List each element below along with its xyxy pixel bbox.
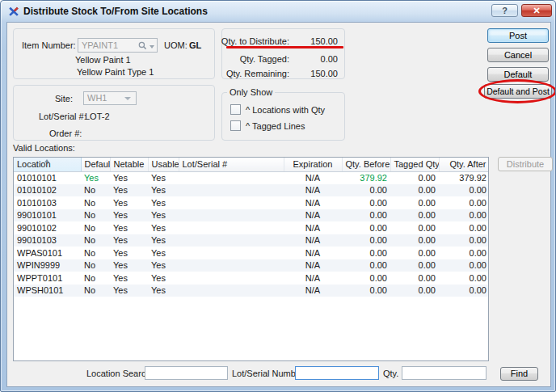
cell-default: No — [81, 272, 110, 285]
qty-tagged-value: 0.00 — [321, 54, 338, 64]
cell-default: No — [81, 259, 110, 272]
site-label: Site: — [55, 94, 73, 103]
lookup-dropdown-icon[interactable] — [150, 45, 154, 48]
cell-netable: Yes — [110, 184, 148, 197]
cell-default: No — [81, 247, 110, 259]
qty-search-label: Qty. — [383, 369, 398, 378]
quantities-groupbox: Qty. to Distribute: 150.00 Qty. Tagged: … — [221, 28, 345, 79]
item-number-value: YPAINT1 — [82, 40, 118, 50]
cell-expiration: N/A — [284, 221, 342, 234]
column-header-location[interactable]: Location — [14, 158, 81, 171]
cell-usable: Yes — [148, 259, 179, 272]
cell-qty_before: 0.00 — [342, 285, 390, 297]
cell-qty_before: 0.00 — [342, 259, 390, 272]
cell-netable: Yes — [110, 221, 148, 234]
default-button[interactable]: Default — [487, 67, 549, 82]
item-number-field[interactable]: YPAINT1 — [78, 38, 158, 53]
cell-usable: Yes — [148, 196, 179, 209]
default-and-post-button[interactable]: Default and Post — [484, 84, 552, 99]
close-button[interactable]: ✕ — [521, 4, 552, 17]
column-header-lot_serial[interactable]: Lot/Serial # — [179, 158, 284, 171]
cell-location: WPAS0101 — [14, 247, 81, 259]
title-bar[interactable]: Distribute Stock To/From Site Locations … — [1, 1, 555, 22]
help-button[interactable]: ? — [491, 4, 518, 17]
post-button[interactable]: Post — [487, 28, 549, 43]
column-header-tagged_qty[interactable]: Tagged Qty. — [390, 158, 439, 171]
find-button[interactable]: Find — [500, 367, 538, 381]
cell-usable: Yes — [148, 209, 179, 222]
lot-serial-value: LOT-2 — [85, 112, 110, 121]
column-header-qty_before[interactable]: Qty. Before — [342, 158, 390, 171]
column-header-qty_after[interactable]: Qty. After — [439, 158, 489, 171]
table-row[interactable]: 01010102NoYesYesN/A0.000.000.00 — [14, 184, 489, 197]
uom-label: UOM: — [164, 40, 187, 50]
locations-with-qty-checkbox[interactable] — [230, 104, 241, 115]
site-dropdown[interactable]: WH1 — [83, 91, 137, 105]
cell-usable: Yes — [148, 184, 179, 197]
cell-qty_before: 0.00 — [342, 272, 390, 285]
table-row[interactable]: WPSH0101NoYesYesN/A0.000.000.00 — [14, 285, 489, 297]
table-row[interactable]: 01010103NoYesYesN/A0.000.000.00 — [14, 196, 489, 209]
cell-tagged_qty: 0.00 — [390, 272, 439, 285]
window-title: Distribute Stock To/From Site Locations — [23, 6, 208, 17]
sort-ascending-icon — [44, 159, 49, 162]
cell-expiration: N/A — [284, 184, 342, 197]
lookup-icon[interactable] — [138, 41, 147, 50]
location-search-label: Location Search: — [86, 369, 154, 378]
cell-lot_serial — [179, 221, 284, 234]
qty-search-input[interactable] — [402, 366, 486, 380]
cell-netable: Yes — [110, 196, 148, 209]
lot-serial-label: Lot/Serial #: — [39, 112, 86, 121]
qty-to-distribute-value: 150.00 — [310, 36, 338, 46]
cell-qty_after: 0.00 — [439, 196, 489, 209]
cell-default: No — [81, 234, 110, 247]
column-header-default[interactable]: Default — [81, 158, 110, 171]
cell-qty_after: 0.00 — [439, 221, 489, 234]
cell-qty_before: 0.00 — [342, 196, 390, 209]
column-header-usable[interactable]: Usable — [148, 158, 179, 171]
cancel-button[interactable]: Cancel — [487, 48, 549, 62]
cell-usable: Yes — [148, 272, 179, 285]
table-row[interactable]: 99010103NoYesYesN/A0.000.000.00 — [14, 234, 489, 247]
cell-lot_serial — [179, 209, 284, 222]
dialog-client-area: Item Number: YPAINT1 UOM: GL Yellow Pain… — [6, 22, 551, 387]
column-header-expiration[interactable]: Expiration — [284, 158, 342, 171]
cell-usable: Yes — [148, 285, 179, 297]
cell-netable: Yes — [110, 209, 148, 222]
close-icon: ✕ — [533, 6, 540, 15]
lot-serial-search-input[interactable] — [295, 366, 379, 380]
cell-location: 99010102 — [14, 221, 81, 234]
table-row[interactable]: 01010101YesYesYesN/A379.920.00379.92 — [14, 171, 489, 184]
cell-location: 01010103 — [14, 196, 81, 209]
cell-location: WPSH0101 — [14, 285, 81, 297]
table-row[interactable]: 99010101NoYesYesN/A0.000.000.00 — [14, 209, 489, 222]
cell-netable: Yes — [110, 247, 148, 259]
table-row[interactable]: WPPT0101NoYesYesN/A0.000.000.00 — [14, 272, 489, 285]
cell-usable: Yes — [148, 247, 179, 259]
location-search-input[interactable] — [145, 366, 228, 380]
cell-default: No — [81, 196, 110, 209]
valid-locations-table[interactable]: LocationDefaultNetableUsableLot/Serial #… — [13, 157, 489, 361]
cell-qty_before: 0.00 — [342, 221, 390, 234]
site-groupbox: Site: WH1 Lot/Serial #: LOT-2 Order #: — [13, 85, 215, 141]
cell-lot_serial — [179, 285, 284, 297]
cell-tagged_qty: 0.00 — [390, 247, 439, 259]
cell-tagged_qty: 0.00 — [390, 196, 439, 209]
cell-lot_serial — [179, 196, 284, 209]
column-header-netable[interactable]: Netable — [110, 158, 148, 171]
tagged-lines-checkbox[interactable] — [230, 120, 241, 131]
cell-qty_after: 0.00 — [439, 247, 489, 259]
table-row[interactable]: WPAS0101NoYesYesN/A0.000.000.00 — [14, 247, 489, 259]
table-row[interactable]: 99010102NoYesYesN/A0.000.000.00 — [14, 221, 489, 234]
cell-usable: Yes — [148, 234, 179, 247]
dialog-window: Distribute Stock To/From Site Locations … — [0, 0, 556, 392]
cell-qty_before: 379.92 — [342, 171, 390, 184]
cell-lot_serial — [179, 234, 284, 247]
table-row[interactable]: WPIN9999NoYesYesN/A0.000.000.00 — [14, 259, 489, 272]
distribute-button[interactable]: Distribute — [498, 157, 553, 171]
cell-lot_serial — [179, 259, 284, 272]
cell-expiration: N/A — [284, 234, 342, 247]
valid-locations-body: 01010101YesYesYesN/A379.920.00379.920101… — [14, 171, 489, 297]
cell-usable: Yes — [148, 171, 179, 184]
valid-locations-label: Valid Locations: — [13, 143, 75, 153]
